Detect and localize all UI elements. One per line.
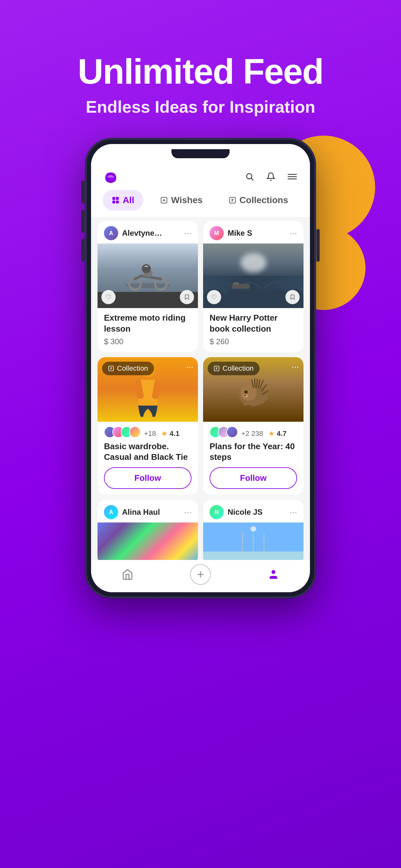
more-icon-2[interactable]: ··· (289, 228, 297, 238)
user-post-image-alina (97, 523, 198, 560)
sky-scene (203, 523, 304, 560)
like-btn-2[interactable]: ♡ (207, 290, 221, 304)
collection-badge-label-1: Collection (117, 364, 148, 373)
count-badge-1: +18 (144, 430, 156, 438)
collection-image-1: Collection ··· (97, 357, 198, 422)
more-icon-alina[interactable]: ··· (184, 507, 191, 517)
svg-rect-16 (234, 282, 239, 285)
svg-line-29 (255, 379, 255, 387)
bell-icon[interactable] (265, 170, 277, 183)
tab-all-label: All (123, 195, 134, 206)
count-badge-2: +2 238 (241, 430, 263, 438)
follow-btn-1[interactable]: Follow (104, 467, 191, 489)
post-price-2: $ 260 (210, 337, 297, 346)
svg-rect-6 (116, 197, 119, 200)
post-image-moto: ♡ (97, 244, 198, 308)
phone-device: All Wishes Collections (86, 139, 315, 597)
like-btn-1[interactable]: ♡ (101, 290, 116, 304)
post-info-2: New Harry Potter book collection $ 260 (203, 308, 304, 352)
svg-point-0 (247, 174, 252, 179)
save-btn-2[interactable] (285, 290, 300, 304)
collection-info-1: +18 ★ 4.1 Basic wardrobe. Casual and Bla… (97, 422, 198, 495)
svg-rect-8 (116, 200, 119, 204)
svg-line-1 (251, 178, 253, 180)
more-icon-1[interactable]: ··· (184, 228, 191, 238)
username-mike: Mike S (227, 228, 252, 238)
svg-rect-7 (112, 200, 115, 204)
collection-card-2: Collection ··· +2 238 (203, 357, 304, 495)
collection-badge-2: Collection (208, 362, 259, 375)
feed-row-1: A Alevtyne Rolds... ··· (97, 221, 304, 352)
feed-row-2: Collection ··· (97, 357, 304, 495)
collection-info-2: +2 238 ★ 4.7 Plans for the Year: 40 step… (203, 422, 304, 495)
tabs-bar: All Wishes Collections (91, 190, 310, 217)
follow-btn-2[interactable]: Follow (210, 467, 297, 489)
collection-badge-1: Collection (102, 362, 154, 375)
tab-all[interactable]: All (103, 190, 143, 211)
collection-menu-1[interactable]: ··· (186, 362, 193, 372)
avatar-mike: M (210, 226, 224, 240)
notch (172, 149, 229, 158)
collection-menu-2[interactable]: ··· (291, 362, 299, 372)
app-logo[interactable] (103, 168, 119, 185)
star-icon-1: ★ (161, 430, 167, 438)
post-card-hp: M Mike S ··· (203, 221, 304, 352)
post-image-hp: ♡ (203, 244, 304, 308)
avatar-alevtyne: A (104, 226, 118, 240)
avatar-alina: A (104, 505, 118, 519)
post-user-1: A Alevtyne Rolds... (104, 226, 164, 240)
post-info-1: Extreme moto riding lesson $ 300 (97, 308, 198, 352)
username-nicole: Nicole JS (227, 507, 263, 517)
post-price-1: $ 300 (104, 337, 191, 346)
notch-bar (91, 144, 310, 163)
phone-wrapper: All Wishes Collections (86, 139, 315, 597)
avatars-row-1: +18 ★ 4.1 (104, 426, 191, 441)
more-icon-nicole[interactable]: ··· (289, 507, 297, 517)
user-post-nicole: N Nicole JS ··· (203, 500, 304, 560)
mini-av-1-4 (129, 426, 141, 438)
post-title-1: Extreme moto riding lesson (104, 313, 191, 335)
feed-content: A Alevtyne Rolds... ··· (91, 217, 310, 560)
svg-point-23 (241, 384, 257, 401)
collection-badge-label-2: Collection (222, 364, 254, 373)
mini-av-2-3 (226, 426, 238, 438)
post-actions-2: ♡ (207, 290, 300, 304)
post-user-alina: A Alina Haul (104, 505, 160, 519)
nav-profile[interactable] (260, 567, 286, 582)
svg-rect-5 (112, 197, 115, 200)
svg-point-11 (125, 283, 171, 288)
nav-home[interactable] (115, 567, 141, 582)
tab-collections[interactable]: Collections (220, 190, 297, 211)
search-icon[interactable] (243, 170, 256, 183)
svg-point-35 (251, 403, 256, 407)
svg-line-26 (260, 380, 263, 388)
rating-2: ★ 4.7 (268, 430, 287, 438)
post-user-2: M Mike S (210, 226, 252, 240)
post-card-moto: A Alevtyne Rolds... ··· (97, 221, 198, 352)
avatars-row-2: +2 238 ★ 4.7 (210, 426, 297, 441)
svg-line-30 (258, 380, 260, 388)
username-alevtyne: Alevtyne Rolds... (122, 228, 164, 238)
rating-num-1: 4.1 (169, 430, 180, 438)
post-header-2: M Mike S ··· (203, 221, 304, 244)
add-icon[interactable] (190, 564, 211, 585)
user-post-header-nicole: N Nicole JS ··· (203, 500, 304, 523)
star-icon-2: ★ (268, 430, 275, 438)
home-icon[interactable] (120, 567, 135, 582)
username-alina: Alina Haul (122, 507, 160, 517)
nav-add[interactable] (188, 564, 213, 585)
user-post-alina: A Alina Haul ··· (97, 500, 198, 560)
collection-title-2: Plans for the Year: 40 steps (210, 441, 297, 463)
page-subtitle: Endless Ideas for Inspiration (78, 97, 323, 117)
tab-wishes-label: Wishes (171, 195, 203, 206)
colorful-scene (97, 523, 198, 560)
tab-wishes[interactable]: Wishes (151, 190, 212, 211)
svg-point-34 (243, 402, 248, 406)
feed-row-3: A Alina Haul ··· (97, 500, 304, 560)
page-title: Unlimited Feed (78, 52, 323, 91)
collection-title-1: Basic wardrobe. Casual and Black Tie (104, 441, 191, 463)
profile-icon[interactable] (266, 567, 281, 582)
svg-line-25 (257, 379, 257, 387)
save-btn-1[interactable] (180, 290, 194, 304)
menu-icon[interactable] (286, 170, 298, 183)
